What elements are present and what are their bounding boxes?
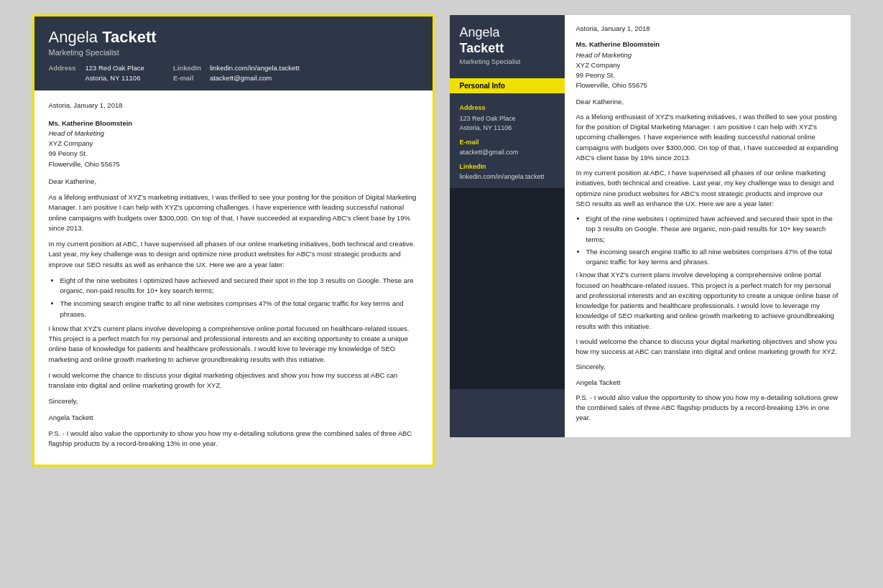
left-subtitle: Marketing Specialist [49, 48, 418, 57]
left-address-line2: Astoria, NY 11106 [85, 74, 141, 82]
right-main-content: Astoria, January 1, 2018 Ms. Katherine B… [565, 15, 851, 437]
right-recipient: Ms. Katherine Bloomstein Head of Marketi… [576, 39, 839, 90]
right-address-label: Address [460, 103, 555, 113]
right-sign-name: Angela Tackett [576, 378, 839, 388]
right-para1: As a lifelong enthusiast of XYZ's market… [576, 112, 839, 163]
right-ps: P.S. - I would also value the opportunit… [576, 393, 839, 424]
left-recipient: Ms. Katherine Bloomstein Head of Marketi… [49, 118, 418, 169]
right-bullet2: The incoming search engine traffic to al… [586, 247, 839, 268]
right-salutation: Dear Katherine, [576, 97, 839, 107]
left-ps: P.S. - I would also value the opportunit… [49, 429, 418, 449]
left-last-name: Tackett [102, 28, 156, 46]
right-address-line2: Astoria, NY 11106 [460, 123, 555, 134]
left-address-row2: Astoria, NY 11106 [49, 74, 144, 82]
right-sidebar-dark-block [450, 188, 565, 389]
right-sidebar: Angela Tackett Marketing Specialist Pers… [450, 15, 565, 437]
right-header-name: Angela Tackett [460, 25, 555, 56]
left-document: Angela Tackett Marketing Specialist Addr… [32, 14, 435, 467]
left-recipient-title: Head of Marketing [49, 129, 418, 139]
right-sidebar-header: Angela Tackett Marketing Specialist [450, 15, 565, 73]
right-first-name: Angela [460, 25, 500, 39]
left-bullet1: Eight of the nine websites I optimized h… [60, 276, 418, 297]
left-date: Astoria, January 1, 2018 [49, 101, 418, 111]
right-layout: Angela Tackett Marketing Specialist Pers… [450, 15, 851, 437]
right-para2: In my current position at ABC, I have su… [576, 168, 839, 209]
left-header-name: Angela Tackett [49, 28, 418, 47]
right-recipient-title: Head of Marketing [576, 50, 839, 60]
right-subtitle: Marketing Specialist [460, 57, 555, 65]
left-sign-name: Angela Tackett [49, 413, 418, 423]
left-contacts: Address 123 Red Oak Place Astoria, NY 11… [49, 64, 418, 82]
left-closing: Sincerely, [49, 396, 418, 406]
left-header: Angela Tackett Marketing Specialist Addr… [34, 17, 433, 90]
left-recipient-name: Ms. Katherine Bloomstein [49, 118, 418, 129]
left-first-name: Angela [49, 28, 98, 46]
right-email-value: atackett@gmail.com [460, 148, 555, 158]
right-closing: Sincerely, [576, 362, 839, 372]
left-recipient-company: XYZ Company [49, 139, 418, 149]
right-linkedin-label: LinkedIn [460, 162, 555, 172]
left-para3: I know that XYZ's current plans involve … [49, 324, 418, 365]
left-body: Astoria, January 1, 2018 Ms. Katherine B… [34, 90, 433, 465]
left-email-row: E-mail atackett@gmail.com [173, 74, 300, 82]
right-recipient-address1: 99 Peony St. [576, 70, 839, 80]
right-document: Angela Tackett Marketing Specialist Pers… [449, 14, 851, 438]
right-last-name: Tackett [460, 41, 504, 55]
right-date: Astoria, January 1, 2018 [576, 24, 839, 34]
left-email-value: atackett@gmail.com [210, 74, 272, 82]
left-bullet2: The incoming search engine traffic to al… [60, 299, 418, 319]
left-para1: As a lifelong enthusiast of XYZ's market… [49, 192, 418, 233]
left-address-spacer [49, 74, 81, 82]
right-recipient-city: Flowerville, Ohio 55675 [576, 80, 839, 90]
left-para2: In my current position at ABC, I have su… [49, 239, 418, 270]
left-linkedin-value: linkedin.com/in/angela.tackett [210, 64, 300, 72]
right-para4: I would welcome the chance to discuss yo… [576, 337, 839, 358]
right-sidebar-info: Address 123 Red Oak Place Astoria, NY 11… [450, 93, 565, 188]
left-recipient-address1: 99 Peony St. [49, 149, 418, 159]
right-email-label: E-mail [460, 138, 555, 148]
right-personal-info-bar: Personal Info [450, 78, 565, 93]
right-para3: I know that XYZ's current plans involve … [576, 270, 839, 332]
right-recipient-company: XYZ Company [576, 60, 839, 70]
left-linkedin-label: LinkedIn [173, 64, 205, 72]
right-bullet-list: Eight of the nine websites I optimized h… [586, 214, 839, 267]
right-address-line1: 123 Red Oak Place [460, 114, 555, 124]
left-para4: I would welcome the chance to discuss yo… [49, 370, 418, 391]
right-linkedin-value: linkedin.com/in/angela.tackett [460, 172, 555, 182]
left-email-label: E-mail [173, 74, 205, 82]
left-salutation: Dear Katherine, [49, 177, 418, 187]
right-recipient-name: Ms. Katherine Bloomstein [576, 39, 839, 50]
left-recipient-city: Flowerville, Ohio 55675 [49, 159, 418, 169]
left-contact-col1: Address 123 Red Oak Place Astoria, NY 11… [49, 64, 144, 82]
left-address-line1: 123 Red Oak Place [85, 64, 144, 72]
left-contact-col2: LinkedIn linkedin.com/in/angela.tackett … [173, 64, 300, 82]
left-linkedin-row: LinkedIn linkedin.com/in/angela.tackett [173, 64, 300, 72]
left-bullet-list: Eight of the nine websites I optimized h… [60, 276, 418, 319]
left-address-label: Address [49, 64, 81, 72]
left-address-row: Address 123 Red Oak Place [49, 64, 144, 72]
right-bullet1: Eight of the nine websites I optimized h… [586, 214, 839, 245]
